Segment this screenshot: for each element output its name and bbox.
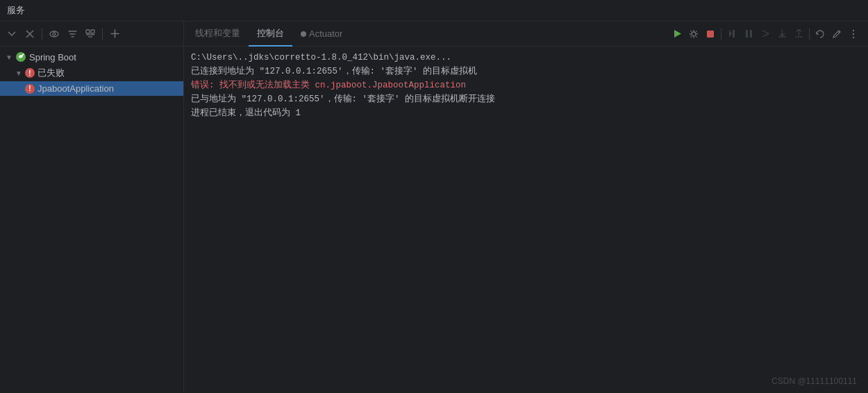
tree-arrow-failed: ▼ [15,69,22,77]
failed-label: 已失败 [37,67,65,79]
svg-point-6 [692,32,696,36]
spring-boot-icon [15,51,26,62]
app-label: JpabootApplication [37,83,114,94]
svg-rect-3 [91,30,94,33]
debug-button[interactable] [686,26,701,42]
svg-point-13 [853,33,854,34]
filter-button[interactable] [65,26,80,42]
svg-marker-8 [729,30,732,37]
right-panel: 线程和变量 控制台 Actuator [184,22,868,393]
svg-point-12 [853,29,854,31]
right-toolbar [665,26,865,42]
actuator-dot-icon [301,31,306,37]
edit-button[interactable] [829,26,844,42]
upload-button[interactable] [791,26,806,42]
svg-rect-11 [750,30,752,37]
toolbar-separator-1 [42,28,42,40]
close-button[interactable] [22,26,37,42]
watermark: CSDN @11111100111 [771,376,857,386]
layout-button[interactable] [83,26,98,42]
pause-program-button[interactable] [724,26,740,42]
tree-item-failed[interactable]: ▼ ! 已失败 [0,65,183,81]
toolbar-sep-2 [809,28,810,40]
toolbar-sep-1 [721,28,721,40]
pause-button[interactable] [741,26,756,42]
main-container: ▼ Spring Boot ▼ ! 已失败 ! JpabootApplicati… [0,22,868,393]
svg-rect-2 [86,30,90,33]
console-line-1: C:\Users\..jdks\corretto-1.8.0_412\bin\j… [191,51,861,65]
toolbar-separator-2 [102,28,103,40]
svg-rect-10 [746,30,748,37]
tree-item-springboot[interactable]: ▼ Spring Boot [0,49,183,65]
title-bar: 服务 [0,0,868,22]
tree-arrow-springboot: ▼ [6,53,12,61]
tab-actuator[interactable]: Actuator [292,22,351,47]
eye-button[interactable] [47,26,62,42]
tabs-bar: 线程和变量 控制台 Actuator [184,22,868,47]
tree-view: ▼ Spring Boot ▼ ! 已失败 ! JpabootApplicati… [0,47,183,393]
console-area: C:\Users\..jdks\corretto-1.8.0_412\bin\j… [184,47,868,393]
svg-point-0 [50,31,58,37]
download-button[interactable] [774,26,790,42]
console-line-2: 已连接到地址为 "127.0.0.1:2655'，传输: '套接字' 的目标虚拟… [191,65,861,78]
stop-button[interactable] [703,26,718,42]
more-button[interactable] [846,26,861,42]
failed-error-icon: ! [25,68,35,78]
tab-console[interactable]: 控制台 [249,22,292,47]
console-line-6: 进程已结束，退出代码为 1 [191,106,861,120]
springboot-label: Spring Boot [29,52,76,62]
svg-rect-9 [733,30,735,37]
console-line-3: 错误: 找不到或无法加载主类 cn.jpaboot.JpabootApplica… [191,78,861,92]
resume-button[interactable] [758,26,773,42]
svg-point-1 [53,33,56,35]
tree-item-jpaboot[interactable]: ! JpabootApplication [0,81,183,96]
tab-threads-vars[interactable]: 线程和变量 [187,22,249,47]
left-toolbar [0,22,183,47]
left-panel: ▼ Spring Boot ▼ ! 已失败 ! JpabootApplicati… [0,22,184,393]
reload-button[interactable] [812,26,828,42]
console-line-4: 已与地址为 "127.0.0.1:2655'，传输: '套接字' 的目标虚拟机断… [191,92,861,106]
svg-point-14 [853,36,854,37]
collapse-button[interactable] [4,26,19,42]
svg-marker-5 [674,30,681,37]
app-error-icon: ! [25,84,35,94]
title-label: 服务 [7,5,25,15]
run-button[interactable] [669,26,685,42]
svg-rect-7 [707,31,714,37]
add-button[interactable] [107,26,122,42]
